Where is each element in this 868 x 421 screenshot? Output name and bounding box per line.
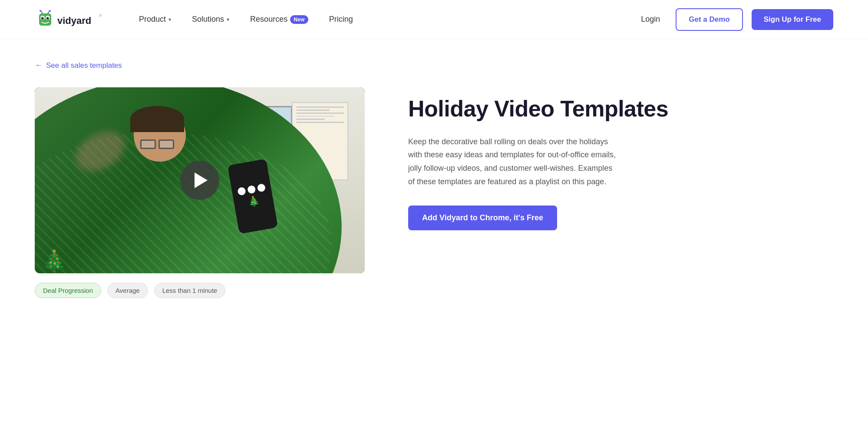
svg-point-7 bbox=[41, 17, 44, 20]
svg-text:®: ® bbox=[99, 13, 102, 18]
logo-link[interactable]: vidyard ® bbox=[35, 9, 104, 30]
nav-item-product[interactable]: Product ▾ bbox=[130, 10, 180, 28]
cta-button[interactable]: Add Vidyard to Chrome, it's Free bbox=[408, 206, 557, 230]
svg-point-3 bbox=[49, 10, 51, 12]
nav-pricing-label: Pricing bbox=[329, 15, 353, 24]
svg-text:vidyard: vidyard bbox=[57, 15, 91, 26]
phone-dots bbox=[237, 183, 266, 196]
video-section: 🎄 🎄 Deal Progression Average Less than 1… bbox=[35, 87, 365, 298]
back-link[interactable]: ← See all sales templates bbox=[35, 61, 122, 70]
svg-point-10 bbox=[48, 17, 49, 18]
vidyard-logo: vidyard ® bbox=[35, 9, 104, 30]
page-description: Keep the decorative ball rolling on deal… bbox=[408, 135, 617, 188]
phone-dot-3 bbox=[257, 183, 266, 192]
arrow-left-icon: ← bbox=[35, 61, 43, 70]
svg-point-1 bbox=[40, 10, 41, 12]
chevron-down-icon: ▾ bbox=[227, 17, 229, 23]
nav-item-solutions[interactable]: Solutions ▾ bbox=[183, 10, 238, 28]
content-grid: 🎄 🎄 Deal Progression Average Less than 1… bbox=[35, 87, 833, 298]
play-icon bbox=[195, 172, 208, 188]
xmas-tree-decoration: 🎄 bbox=[41, 249, 67, 273]
tag-deal-progression[interactable]: Deal Progression bbox=[35, 283, 101, 298]
new-badge: New bbox=[290, 15, 308, 24]
video-player[interactable]: 🎄 🎄 bbox=[35, 87, 365, 273]
signup-button[interactable]: Sign Up for Free bbox=[752, 9, 833, 30]
person-glasses bbox=[140, 139, 174, 149]
person-hair bbox=[130, 106, 184, 132]
svg-point-8 bbox=[46, 17, 49, 20]
nav-item-resources[interactable]: Resources New bbox=[241, 10, 317, 28]
nav-links: Product ▾ Solutions ▾ Resources New Pric… bbox=[130, 10, 634, 28]
chevron-down-icon: ▾ bbox=[168, 17, 171, 23]
nav-solutions-label: Solutions bbox=[192, 15, 224, 24]
tag-average[interactable]: Average bbox=[107, 283, 148, 298]
page-title: Holiday Video Templates bbox=[408, 96, 833, 122]
login-link[interactable]: Login bbox=[634, 10, 667, 28]
play-button[interactable] bbox=[180, 161, 219, 200]
nav-product-label: Product bbox=[139, 15, 166, 24]
svg-rect-4 bbox=[39, 13, 51, 26]
main-content: ← See all sales templates bbox=[0, 39, 868, 324]
navbar: vidyard ® Product ▾ Solutions ▾ Resource… bbox=[0, 0, 868, 39]
nav-item-pricing[interactable]: Pricing bbox=[320, 10, 362, 28]
phone-dot-2 bbox=[247, 185, 256, 194]
demo-button[interactable]: Get a Demo bbox=[676, 8, 743, 31]
nav-resources-label: Resources bbox=[250, 15, 287, 24]
info-section: Holiday Video Templates Keep the decorat… bbox=[408, 87, 833, 230]
video-tags: Deal Progression Average Less than 1 min… bbox=[35, 283, 365, 298]
tag-duration[interactable]: Less than 1 minute bbox=[154, 283, 226, 298]
svg-point-9 bbox=[43, 17, 43, 18]
nav-actions: Login Get a Demo Sign Up for Free bbox=[634, 8, 833, 31]
phone-tree-emoji: 🎄 bbox=[247, 195, 261, 208]
back-link-label: See all sales templates bbox=[46, 61, 122, 70]
phone-dot-1 bbox=[237, 187, 246, 196]
